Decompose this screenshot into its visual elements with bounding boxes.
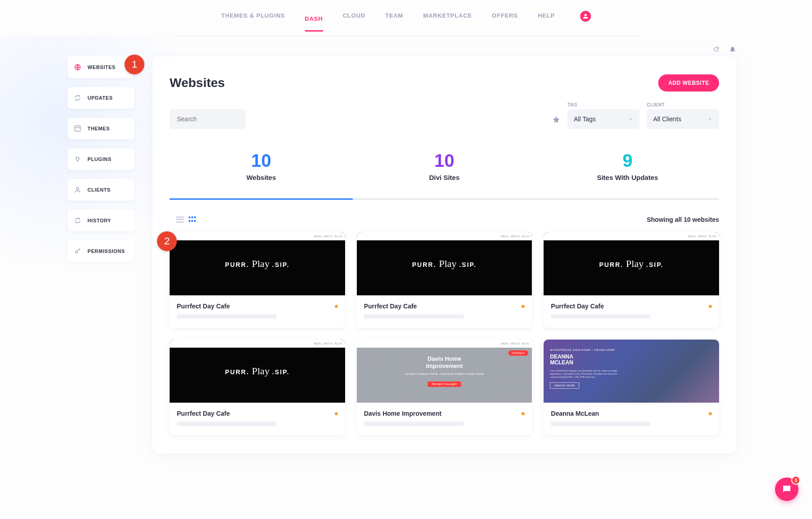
chat-widget[interactable]: 3 bbox=[775, 478, 798, 501]
website-card[interactable]: MENUABOUTBLOGPURR. Play .SIP.Purrfect Da… bbox=[170, 340, 345, 435]
thumb-tagline: PURR. Play .SIP. bbox=[412, 258, 476, 270]
sidebar-item-updates[interactable]: UPDATES bbox=[68, 87, 134, 109]
sidebar-item-label: UPDATES bbox=[88, 95, 113, 101]
top-nav: THEMES & PLUGINS DASH CLOUD TEAM MARKETP… bbox=[175, 0, 637, 37]
sidebar-item-websites[interactable]: WEBSITES bbox=[68, 56, 134, 78]
svg-point-3 bbox=[75, 251, 78, 253]
sidebar-item-label: CLIENTS bbox=[88, 187, 111, 193]
status-dot bbox=[335, 412, 338, 415]
user-icon bbox=[74, 186, 81, 193]
svg-point-2 bbox=[76, 188, 78, 190]
cards-grid: MENUABOUTBLOGPURR. Play .SIP.Purrfect Da… bbox=[170, 232, 719, 435]
card-url-redacted bbox=[551, 314, 651, 319]
annotation-badge-2: 2 bbox=[157, 231, 177, 251]
status-dot bbox=[709, 305, 712, 308]
key-icon bbox=[74, 248, 81, 255]
globe-icon bbox=[74, 64, 81, 71]
bell-icon[interactable] bbox=[729, 46, 736, 53]
page-title: Websites bbox=[170, 76, 225, 90]
nav-marketplace[interactable]: MARKETPLACE bbox=[423, 12, 472, 27]
nav-themes-plugins[interactable]: THEMES & PLUGINS bbox=[221, 12, 285, 27]
showing-count: Showing all 10 websites bbox=[647, 216, 719, 223]
sidebar-item-label: WEBSITES bbox=[88, 64, 115, 70]
sidebar-item-history[interactable]: HISTORY bbox=[68, 210, 134, 231]
nav-offers[interactable]: OFFERS bbox=[492, 12, 518, 27]
nav-team[interactable]: TEAM bbox=[385, 12, 403, 27]
card-title: Davis Home Improvement bbox=[364, 410, 525, 417]
status-dot bbox=[521, 305, 525, 308]
search-input[interactable] bbox=[170, 109, 245, 129]
history-icon bbox=[74, 217, 81, 224]
status-dot bbox=[335, 305, 338, 308]
website-card[interactable]: WORDPRESS DESIGNER / DEVELOPERDEANNAMCLE… bbox=[544, 340, 719, 435]
thumb-tagline: PURR. Play .SIP. bbox=[599, 258, 664, 270]
card-url-redacted bbox=[364, 422, 464, 426]
tag-filter-label: TAG bbox=[567, 102, 640, 107]
thumb-tagline: PURR. Play .SIP. bbox=[225, 258, 290, 270]
view-grid-button[interactable] bbox=[189, 216, 197, 223]
client-select[interactable]: All Clients bbox=[647, 109, 719, 129]
layout-icon bbox=[74, 125, 81, 132]
nav-dash[interactable]: DASH bbox=[305, 15, 323, 32]
website-card[interactable]: MENUABOUTBLOGPURR. Play .SIP.Purrfect Da… bbox=[357, 232, 532, 328]
thumb-tagline: PURR. Play .SIP. bbox=[225, 365, 290, 377]
tag-select[interactable]: All Tags bbox=[567, 109, 640, 129]
refresh-icon[interactable] bbox=[713, 46, 720, 53]
sidebar-item-plugins[interactable]: PLUGINS bbox=[68, 148, 134, 170]
sidebar-item-clients[interactable]: CLIENTS bbox=[68, 179, 134, 201]
user-icon[interactable] bbox=[580, 11, 591, 22]
star-icon[interactable] bbox=[552, 115, 560, 124]
stat-updates[interactable]: 9 Sites With Updates bbox=[536, 147, 719, 194]
client-filter-label: CLIENT bbox=[647, 102, 719, 107]
plug-icon bbox=[74, 156, 81, 163]
stats-underline bbox=[170, 198, 719, 200]
card-url-redacted bbox=[177, 422, 277, 426]
website-card[interactable]: MENUABOUTBLOGPURR. Play .SIP.Purrfect Da… bbox=[170, 232, 345, 328]
website-card[interactable]: MENUABOUTBLOGCONTACTDavis HomeImprovemen… bbox=[357, 340, 532, 435]
chevron-down-icon bbox=[707, 116, 713, 122]
sidebar-item-themes[interactable]: THEMES bbox=[68, 118, 134, 139]
stat-divi-sites[interactable]: 10 Divi Sites bbox=[353, 147, 536, 194]
header-icons bbox=[0, 37, 812, 56]
add-website-button[interactable]: ADD WEBSITE bbox=[658, 74, 719, 92]
view-list-button[interactable] bbox=[176, 216, 184, 223]
card-title: Purrfect Day Cafe bbox=[551, 303, 712, 310]
annotation-badge-1: 1 bbox=[125, 55, 144, 74]
nav-help[interactable]: HELP bbox=[538, 12, 555, 27]
nav-cloud[interactable]: CLOUD bbox=[343, 12, 365, 27]
card-url-redacted bbox=[364, 314, 464, 319]
sidebar-item-label: PERMISSIONS bbox=[88, 248, 125, 254]
status-dot bbox=[709, 412, 712, 415]
sidebar-item-label: PLUGINS bbox=[88, 156, 111, 162]
sidebar-item-permissions[interactable]: PERMISSIONS bbox=[68, 240, 134, 262]
card-url-redacted bbox=[177, 314, 277, 319]
stats-bar: 10 Websites 10 Divi Sites 9 Sites With U… bbox=[170, 147, 719, 194]
chevron-down-icon bbox=[628, 116, 633, 122]
svg-rect-1 bbox=[75, 126, 80, 131]
stat-websites[interactable]: 10 Websites bbox=[170, 147, 353, 194]
chat-badge: 3 bbox=[791, 476, 800, 485]
card-url-redacted bbox=[551, 422, 651, 426]
refresh-icon bbox=[74, 94, 81, 101]
status-dot bbox=[521, 412, 525, 415]
card-title: Purrfect Day Cafe bbox=[177, 303, 338, 310]
sidebar-item-label: THEMES bbox=[88, 126, 110, 131]
sidebar-item-label: HISTORY bbox=[88, 218, 111, 223]
card-title: Deanna McLean bbox=[551, 410, 712, 417]
card-title: Purrfect Day Cafe bbox=[177, 410, 338, 417]
main-panel: 2 Websites ADD WEBSITE TAG All Tags CLIE… bbox=[152, 56, 736, 453]
website-card[interactable]: MENUABOUTBLOGPURR. Play .SIP.Purrfect Da… bbox=[544, 232, 719, 328]
card-title: Purrfect Day Cafe bbox=[364, 303, 525, 310]
sidebar: 1 WEBSITES UPDATES THEMES PLUGINS CLIENT… bbox=[68, 56, 134, 262]
